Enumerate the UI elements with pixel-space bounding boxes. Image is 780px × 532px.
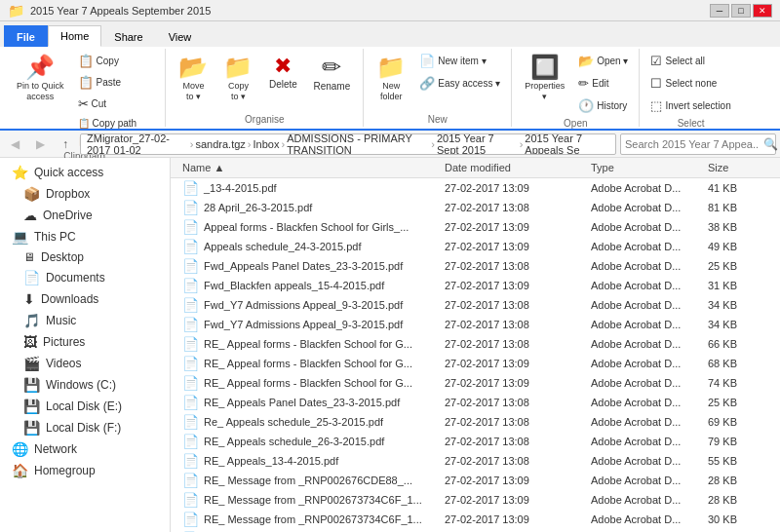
close-btn[interactable]: ✕: [753, 4, 772, 18]
file-modified-cell: 27-02-2017 13:09: [441, 181, 587, 195]
path-part-5[interactable]: 2015 Year 7 Sept 2015: [437, 133, 518, 155]
copy-path-button[interactable]: 📋 Copy path: [73, 115, 160, 132]
edit-button[interactable]: ✏ Edit: [573, 73, 633, 94]
sidebar-item-windows-c[interactable]: 💾 Windows (C:): [0, 374, 170, 396]
select-all-button[interactable]: ☑ Select all: [645, 51, 735, 71]
file-name: Fwd_Y7 Admissions Appeal_9-3-2015.pdf: [204, 299, 403, 311]
ribbon-group-organise: 📂 Moveto ▾ 📁 Copyto ▾ ✖ Delete ✏ Rename …: [166, 49, 364, 127]
select-none-button[interactable]: ☐ Select none: [645, 73, 735, 94]
minimize-btn[interactable]: ─: [710, 4, 729, 18]
file-name-cell: 📄 RE_ Appeals schedule_26-3-2015.pdf: [178, 433, 441, 450]
table-row[interactable]: 📄 Fwd_Blackfen appeals_15-4-2015.pdf 27-…: [171, 276, 780, 295]
open-button[interactable]: 📂 Open ▾: [573, 51, 633, 71]
sidebar-item-local-disk-f[interactable]: 💾 Local Disk (F:): [0, 417, 170, 438]
pin-to-quick-access-button[interactable]: 📌 Pin to Quickaccess: [10, 51, 71, 107]
file-size-cell: 41 KB: [704, 181, 772, 195]
sidebar-item-onedrive[interactable]: ☁ OneDrive: [0, 205, 170, 226]
copy-path-label: Copy path: [93, 118, 137, 129]
ribbon-new-buttons: 📁 Newfolder 📄 New item ▾ 🔗 Easy access ▾: [370, 51, 505, 112]
tab-file[interactable]: File: [4, 25, 48, 47]
file-name: Fwd_Y7 Admissions Appeal_9-3-2015.pdf: [204, 319, 403, 330]
table-row[interactable]: 📄 Fwd_Y7 Admissions Appeal_9-3-2015.pdf …: [171, 295, 780, 315]
properties-button[interactable]: 🔲 Properties▾: [518, 51, 571, 107]
sidebar-item-videos[interactable]: 🎬 Videos: [0, 353, 170, 374]
sidebar-item-this-pc[interactable]: 💻 This PC: [0, 226, 170, 247]
column-header-size[interactable]: Size: [704, 160, 772, 175]
column-header-name[interactable]: Name ▲: [178, 160, 441, 175]
table-row[interactable]: 📄 Fwd_Appeals Panel Dates_23-3-2015.pdf …: [171, 256, 780, 276]
pdf-icon: 📄: [182, 414, 199, 430]
cut-button[interactable]: ✂ Cut: [73, 94, 160, 114]
tab-view[interactable]: View: [156, 25, 205, 47]
move-to-button[interactable]: 📂 Moveto ▾: [172, 51, 214, 107]
column-header-type[interactable]: Type: [587, 160, 704, 175]
search-input[interactable]: [625, 138, 760, 150]
path-part-3[interactable]: Inbox: [254, 138, 280, 150]
delete-button[interactable]: ✖ Delete: [261, 51, 304, 95]
file-list: Name ▲ Date modified Type Size 📄 _13-4-2…: [171, 158, 780, 532]
search-box[interactable]: 🔍: [620, 133, 776, 155]
tab-home[interactable]: Home: [48, 25, 101, 47]
rename-button[interactable]: ✏ Rename: [306, 51, 357, 96]
up-button[interactable]: ↑: [55, 133, 76, 155]
maximize-btn[interactable]: □: [731, 4, 751, 18]
sidebar-item-network[interactable]: 🌐 Network: [0, 438, 170, 460]
forward-button[interactable]: ▶: [29, 133, 51, 155]
table-row[interactable]: 📄 RE_ Appeal forms - Blackfen School for…: [171, 354, 780, 373]
table-row[interactable]: 📄 RE_ Appeal forms - Blackfen School for…: [171, 334, 780, 354]
sidebar-item-downloads[interactable]: ⬇ Downloads: [0, 288, 170, 310]
table-row[interactable]: 📄 Appeal forms - Blackfen School for Gir…: [171, 217, 780, 237]
table-row[interactable]: 📄 _13-4-2015.pdf 27-02-2017 13:09 Adobe …: [171, 178, 780, 198]
tab-share[interactable]: Share: [101, 25, 155, 47]
path-part-6[interactable]: 2015 Year 7 Appeals Se: [525, 133, 609, 155]
invert-selection-button[interactable]: ⬚ Invert selection: [645, 95, 735, 116]
select-all-icon: ☑: [650, 54, 662, 68]
path-sep-1: ›: [190, 138, 194, 150]
file-type-cell: Adobe Acrobat D...: [587, 337, 704, 351]
new-folder-button[interactable]: 📁 Newfolder: [370, 51, 412, 107]
sidebar-item-homegroup[interactable]: 🏠 Homegroup: [0, 460, 170, 481]
new-item-button[interactable]: 📄 New item ▾: [414, 51, 505, 71]
sidebar-item-desktop[interactable]: 🖥 Desktop: [0, 247, 170, 267]
sidebar-item-quick-access[interactable]: ⭐ Quick access: [0, 162, 170, 183]
sidebar-item-pictures[interactable]: 🖼 Pictures: [0, 331, 170, 353]
sidebar-item-dropbox[interactable]: 📦 Dropbox: [0, 183, 170, 205]
file-name: _13-4-2015.pdf: [204, 182, 277, 194]
table-row[interactable]: 📄 RE_ Appeals Panel Dates_23-3-2015.pdf …: [171, 393, 780, 412]
windows-c-icon: 💾: [23, 377, 40, 393]
path-part-1[interactable]: ZMigrator_27-02-2017 01-02: [87, 133, 188, 155]
history-button[interactable]: 🕐 History: [573, 95, 633, 116]
paste-button[interactable]: 📋 Paste: [73, 72, 160, 93]
table-row[interactable]: 📄 RE_ Message from _RNP002673734C6F_1...…: [171, 510, 780, 529]
this-pc-icon: 💻: [12, 229, 28, 245]
address-path[interactable]: ZMigrator_27-02-2017 01-02 › sandra.tgz …: [80, 133, 616, 155]
title-bar-controls: ─ □ ✕: [710, 4, 772, 18]
path-part-2[interactable]: sandra.tgz: [195, 138, 245, 150]
copy-button[interactable]: 📋 Copy: [73, 51, 160, 71]
table-row[interactable]: 📄 28 April_26-3-2015.pdf 27-02-2017 13:0…: [171, 198, 780, 217]
table-row[interactable]: 📄 RE_ Appeal forms - Blackfen School for…: [171, 373, 780, 393]
local-disk-e-icon: 💾: [23, 399, 40, 414]
copy-to-button[interactable]: 📁 Copyto ▾: [216, 51, 259, 107]
table-row[interactable]: 📄 RE_ Message from _RNP002673734C6F_1...…: [171, 490, 780, 510]
table-row[interactable]: 📄 Appeals schedule_24-3-2015.pdf 27-02-2…: [171, 237, 780, 256]
open-small-buttons: 📂 Open ▾ ✏ Edit 🕐 History: [573, 51, 633, 116]
table-row[interactable]: 📄 RE_ Appeals_13-4-2015.pdf 27-02-2017 1…: [171, 451, 780, 471]
table-row[interactable]: 📄 Fwd_Y7 Admissions Appeal_9-3-2015.pdf …: [171, 315, 780, 334]
sidebar-item-local-disk-e[interactable]: 💾 Local Disk (E:): [0, 396, 170, 417]
table-row[interactable]: 📄 Re_ Appeals schedule_25-3-2015.pdf 27-…: [171, 412, 780, 432]
sidebar-item-music[interactable]: 🎵 Music: [0, 310, 170, 331]
file-size-cell: 30 KB: [704, 513, 772, 526]
table-row[interactable]: 📄 RE_ Message from _RNP002676CDE88_... 2…: [171, 471, 780, 490]
sidebar-item-documents[interactable]: 📄 Documents: [0, 267, 170, 288]
new-item-icon: 📄: [419, 54, 435, 68]
easy-access-button[interactable]: 🔗 Easy access ▾: [414, 73, 505, 94]
back-button[interactable]: ◀: [4, 133, 25, 155]
file-name: RE_ Appeal forms - Blackfen School for G…: [204, 358, 412, 369]
file-modified-cell: 27-02-2017 13:08: [441, 454, 587, 468]
column-header-modified[interactable]: Date modified: [441, 160, 587, 175]
path-part-4[interactable]: ADMISSIONS - PRIMARY TRANSITION: [287, 133, 429, 155]
file-size-cell: 68 KB: [704, 357, 772, 370]
file-type-cell: Adobe Acrobat D...: [587, 259, 704, 273]
table-row[interactable]: 📄 RE_ Appeals schedule_26-3-2015.pdf 27-…: [171, 432, 780, 451]
